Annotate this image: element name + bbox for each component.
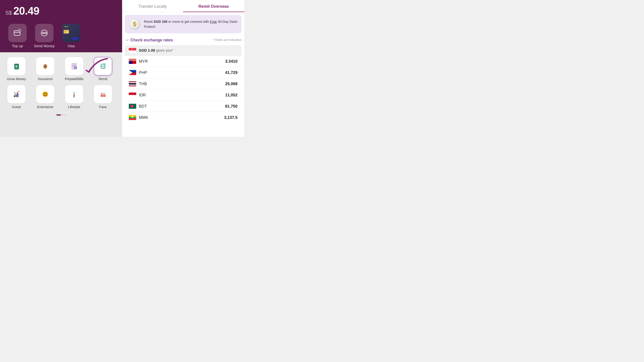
svg-point-11 bbox=[46, 65, 47, 66]
svg-point-29 bbox=[44, 93, 45, 94]
send-money-icon bbox=[35, 24, 54, 42]
svg-text:fave: fave bbox=[101, 92, 106, 95]
insurance-item[interactable]: Insurance bbox=[33, 57, 58, 81]
lifestyle-label: Lifestyle bbox=[68, 105, 80, 109]
top-up-icon bbox=[8, 24, 27, 42]
exchange-row-thb: THB 25.068 bbox=[125, 78, 242, 89]
grow-money-label: Grow Money bbox=[7, 77, 26, 81]
svg-text:฿: ฿ bbox=[104, 63, 105, 65]
svg-rect-24 bbox=[14, 95, 15, 97]
invest-icon: $ bbox=[7, 85, 26, 103]
prepaid-bills-item[interactable]: $ Prepaid/Bills bbox=[62, 57, 86, 81]
svg-rect-48 bbox=[129, 60, 136, 60]
grid-row-1: $ Grow Money Insurance bbox=[4, 57, 118, 81]
flag-my-icon bbox=[129, 59, 136, 64]
svg-rect-46 bbox=[129, 59, 136, 59]
promo-free: Free bbox=[210, 20, 217, 23]
svg-point-32 bbox=[74, 95, 75, 96]
base-currency-label: SGD 1.00 gives you* bbox=[139, 48, 173, 53]
top-up-label: Top up bbox=[12, 44, 23, 48]
svg-text:PAY: PAY bbox=[102, 95, 104, 97]
svg-text:$: $ bbox=[16, 65, 17, 68]
entertainer-icon bbox=[36, 85, 54, 103]
svg-rect-71 bbox=[129, 118, 136, 120]
lifestyle-icon bbox=[65, 85, 83, 103]
svg-text:¥: ¥ bbox=[104, 68, 105, 69]
svg-point-68 bbox=[130, 105, 134, 108]
fave-item[interactable]: fave PAY Fave bbox=[90, 85, 116, 109]
right-panel: Transfer Locally Remit Overseas Remit SG… bbox=[122, 0, 244, 137]
svg-point-58 bbox=[130, 72, 131, 73]
flag-mm-icon bbox=[129, 115, 136, 120]
rate-php: 41.729 bbox=[225, 70, 238, 75]
grid-area: $ Grow Money Insurance bbox=[0, 52, 122, 137]
exchange-row-idr: IDR 11,052 bbox=[125, 89, 242, 101]
prepaid-bills-icon: $ bbox=[65, 57, 83, 75]
svg-rect-64 bbox=[129, 85, 136, 86]
insurance-icon bbox=[36, 57, 54, 75]
check-rates-link[interactable]: → Check exchange rates bbox=[125, 37, 173, 42]
page-indicator bbox=[4, 113, 118, 117]
exchange-section: → Check exchange rates * Rates are indic… bbox=[122, 36, 244, 137]
invest-item[interactable]: $ Invest bbox=[4, 85, 29, 109]
top-up-action[interactable]: Top up bbox=[4, 24, 31, 48]
svg-rect-65 bbox=[129, 92, 136, 95]
svg-rect-60 bbox=[129, 81, 136, 82]
quick-actions-row: Top up Send Money bbox=[0, 21, 122, 52]
send-money-action[interactable]: Send Money bbox=[31, 24, 58, 48]
promo-text: Remit SGD 100 or more to get covered wit… bbox=[144, 19, 238, 29]
svg-point-28 bbox=[42, 91, 48, 97]
currency-bdt: BDT bbox=[139, 104, 222, 109]
dot-inactive-1 bbox=[62, 114, 64, 116]
flag-bd-icon bbox=[129, 104, 136, 109]
rate-mmk: 3,137.5 bbox=[224, 115, 238, 120]
svg-point-43 bbox=[133, 49, 133, 49]
grow-money-item[interactable]: $ Grow Money bbox=[4, 57, 29, 81]
svg-rect-61 bbox=[129, 82, 136, 83]
svg-rect-26 bbox=[17, 93, 18, 97]
promo-shield-icon bbox=[129, 18, 140, 30]
currency-php: PHP bbox=[139, 70, 222, 75]
svg-rect-66 bbox=[129, 95, 136, 97]
svg-point-39 bbox=[132, 49, 133, 49]
rate-myr: 3.3410 bbox=[225, 59, 238, 64]
exchange-row-php: PHP 41.729 bbox=[125, 67, 242, 78]
invest-label: Invest bbox=[12, 105, 21, 109]
check-rates-label: Check exchange rates bbox=[130, 38, 173, 42]
exchange-row-mmk: MMK 3,137.5 bbox=[125, 112, 242, 123]
flag-th-icon bbox=[129, 81, 136, 86]
remit-icon: $ ¥ ฿ bbox=[94, 57, 112, 75]
left-panel: S$ 20.49 Top up bbox=[0, 0, 122, 137]
visa-icon: dash VISA bbox=[62, 24, 80, 42]
flag-id-icon bbox=[129, 92, 136, 97]
tabs-header: Transfer Locally Remit Overseas bbox=[122, 0, 244, 12]
svg-text:$: $ bbox=[14, 91, 15, 93]
svg-point-38 bbox=[132, 49, 133, 50]
exchange-table: SGD 1.00 gives you* bbox=[125, 45, 242, 123]
tab-remit-overseas[interactable]: Remit Overseas bbox=[183, 0, 244, 12]
remit-item[interactable]: $ ¥ ฿ Remit bbox=[90, 57, 116, 81]
svg-point-54 bbox=[130, 61, 131, 62]
svg-rect-49 bbox=[129, 60, 136, 60]
rate-idr: 11,052 bbox=[225, 93, 238, 97]
lifestyle-item[interactable]: Lifestyle bbox=[62, 85, 86, 109]
currency-thb: THB bbox=[139, 81, 222, 86]
fave-icon: fave PAY bbox=[94, 85, 112, 103]
remit-label: Remit bbox=[98, 77, 107, 81]
dot-inactive-2 bbox=[64, 114, 66, 116]
exchange-table-header: SGD 1.00 gives you* bbox=[125, 45, 242, 56]
send-money-label: Send Money bbox=[34, 44, 55, 48]
entertainer-item[interactable]: Entertainer bbox=[33, 85, 58, 109]
svg-text:$: $ bbox=[102, 68, 102, 69]
svg-rect-47 bbox=[129, 59, 136, 60]
tab-transfer-locally[interactable]: Transfer Locally bbox=[122, 0, 183, 12]
currency-mmk: MMK bbox=[139, 115, 221, 120]
grid-row-2: $ Invest Entertainer bbox=[4, 85, 118, 109]
svg-text:$: $ bbox=[75, 67, 76, 69]
visa-action[interactable]: dash VISA Visa bbox=[58, 24, 84, 48]
exchange-header: → Check exchange rates * Rates are indic… bbox=[125, 36, 242, 45]
rates-disclaimer: * Rates are indicative bbox=[213, 38, 242, 42]
promo-amount: SGD 100 bbox=[154, 20, 167, 23]
grow-money-icon: $ bbox=[7, 57, 26, 75]
promo-banner: Remit SGD 100 or more to get covered wit… bbox=[125, 15, 242, 33]
